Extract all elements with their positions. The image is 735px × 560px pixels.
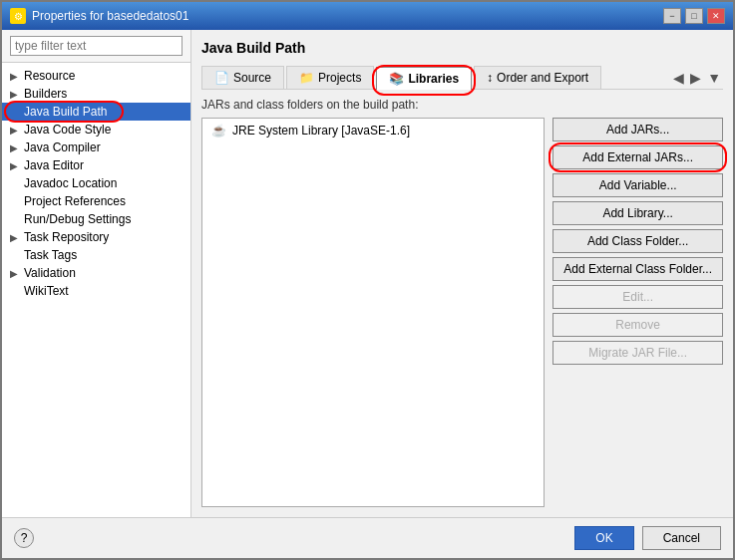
sidebar-item-label: Run/Debug Settings <box>24 212 131 226</box>
tabs-bar: 📄Source📁Projects📚Libraries↕Order and Exp… <box>201 66 723 90</box>
title-bar: ⚙ Properties for basededatos01 − □ ✕ <box>2 2 733 30</box>
sidebar-item-label: WikiText <box>24 284 69 298</box>
nav-back-icon[interactable]: ◀ <box>671 68 686 88</box>
action-button-3[interactable]: Add Library... <box>552 201 723 225</box>
sidebar-item-label: Builders <box>24 87 67 101</box>
tab-libraries[interactable]: 📚Libraries <box>376 67 472 90</box>
nav-forward-icon[interactable]: ▶ <box>688 68 703 88</box>
content-area: ▶Resource▶Builders Java Build Path▶Java … <box>2 30 733 517</box>
sidebar-item-4[interactable]: ▶Java Compiler <box>2 139 190 156</box>
panel-title: Java Build Path <box>201 40 723 56</box>
sidebar-item-label: Java Build Path <box>24 105 107 119</box>
sidebar-item-label: Task Repository <box>24 230 109 244</box>
buttons-wrapper: Add JARs...Add External JARs...Add Varia… <box>552 118 723 507</box>
sidebar-item-label: Java Compiler <box>24 140 101 154</box>
action-button-2[interactable]: Add Variable... <box>552 173 723 197</box>
sidebar-item-3[interactable]: ▶Java Code Style <box>2 121 190 139</box>
tree-arrow-icon: ▶ <box>10 232 20 243</box>
sidebar-item-11[interactable]: ▶Validation <box>2 264 190 282</box>
sidebar-item-1[interactable]: ▶Builders <box>2 85 190 103</box>
tab-label: Projects <box>318 71 361 85</box>
action-button-8: Migrate JAR File... <box>552 341 723 365</box>
tree-arrow-icon: ▶ <box>10 142 20 153</box>
window-icon: ⚙ <box>10 8 26 24</box>
action-button-1[interactable]: Add External JARs... <box>552 145 723 169</box>
sidebar-item-label: Project References <box>24 194 126 208</box>
tab-order-and-export[interactable]: ↕Order and Export <box>474 66 601 89</box>
tree-view: ▶Resource▶Builders Java Build Path▶Java … <box>2 63 190 517</box>
tab-icon: 📁 <box>299 71 314 85</box>
maximize-button[interactable]: □ <box>685 8 703 24</box>
sidebar-item-12[interactable]: WikiText <box>2 282 190 300</box>
action-button-0[interactable]: Add JARs... <box>552 118 723 141</box>
tab-icon: 📄 <box>214 71 229 85</box>
nav-menu-icon[interactable]: ▼ <box>705 68 723 88</box>
tree-arrow-icon: ▶ <box>10 268 20 279</box>
properties-dialog: ⚙ Properties for basededatos01 − □ ✕ ▶Re… <box>0 0 735 560</box>
sidebar-item-5[interactable]: ▶Java Editor <box>2 156 190 174</box>
title-bar-left: ⚙ Properties for basededatos01 <box>10 8 188 24</box>
ok-button[interactable]: OK <box>574 526 633 550</box>
window-title: Properties for basededatos01 <box>32 9 188 23</box>
tab-icon: ↕ <box>487 71 493 85</box>
tab-area-wrapper: 📄Source📁Projects📚Libraries↕Order and Exp… <box>201 66 723 98</box>
bottom-bar: ? OK Cancel <box>2 517 733 558</box>
left-panel: ▶Resource▶Builders Java Build Path▶Java … <box>2 30 191 517</box>
sidebar-item-2[interactable]: Java Build Path <box>2 103 190 121</box>
sidebar-item-label: Validation <box>24 266 76 280</box>
action-button-7: Remove <box>552 313 723 337</box>
nav-arrows: ◀ ▶ ▼ <box>671 68 723 88</box>
action-button-6: Edit... <box>552 285 723 309</box>
sidebar-item-0[interactable]: ▶Resource <box>2 67 190 85</box>
sidebar-item-7[interactable]: Project References <box>2 192 190 210</box>
description-text: JARs and class folders on the build path… <box>201 98 723 112</box>
sidebar-item-label: Java Editor <box>24 158 84 172</box>
sidebar-item-label: Task Tags <box>24 248 77 262</box>
sidebar-item-label: Resource <box>24 69 75 83</box>
title-buttons: − □ ✕ <box>663 8 725 24</box>
sidebar-item-6[interactable]: Javadoc Location <box>2 174 190 192</box>
sidebar-item-label: Javadoc Location <box>24 176 117 190</box>
jar-list[interactable]: ☕JRE System Library [JavaSE-1.6] <box>201 118 545 507</box>
tab-source[interactable]: 📄Source <box>201 66 284 89</box>
jre-icon: ☕ <box>210 123 226 139</box>
minimize-button[interactable]: − <box>663 8 681 24</box>
dialog-buttons: OK Cancel <box>574 526 721 550</box>
cancel-button[interactable]: Cancel <box>642 526 721 550</box>
tree-arrow-icon: ▶ <box>10 160 20 171</box>
action-button-4[interactable]: Add Class Folder... <box>552 229 723 253</box>
main-content: ☕JRE System Library [JavaSE-1.6] Add JAR… <box>201 118 723 507</box>
tree-arrow-icon: ▶ <box>10 89 20 100</box>
tab-label: Source <box>233 71 271 85</box>
sidebar-item-8[interactable]: Run/Debug Settings <box>2 210 190 228</box>
tab-icon: 📚 <box>389 72 404 86</box>
close-button[interactable]: ✕ <box>707 8 725 24</box>
tab-label: Order and Export <box>497 71 588 85</box>
filter-input[interactable] <box>10 36 183 56</box>
sidebar-item-label: Java Code Style <box>24 123 111 137</box>
list-item-label: JRE System Library [JavaSE-1.6] <box>232 124 410 138</box>
sidebar-item-9[interactable]: ▶Task Repository <box>2 228 190 246</box>
action-buttons: Add JARs...Add External JARs...Add Varia… <box>552 118 723 365</box>
tab-label: Libraries <box>408 72 459 86</box>
tree-arrow-icon: ▶ <box>10 125 20 136</box>
filter-bar <box>2 30 190 63</box>
tree-arrow-icon: ▶ <box>10 71 20 82</box>
tab-projects[interactable]: 📁Projects <box>286 66 374 89</box>
action-button-5[interactable]: Add External Class Folder... <box>552 257 723 281</box>
right-panel: Java Build Path 📄Source📁Projects📚Librari… <box>191 30 733 517</box>
help-button[interactable]: ? <box>14 528 34 548</box>
list-item[interactable]: ☕JRE System Library [JavaSE-1.6] <box>202 119 544 142</box>
sidebar-item-10[interactable]: Task Tags <box>2 246 190 264</box>
